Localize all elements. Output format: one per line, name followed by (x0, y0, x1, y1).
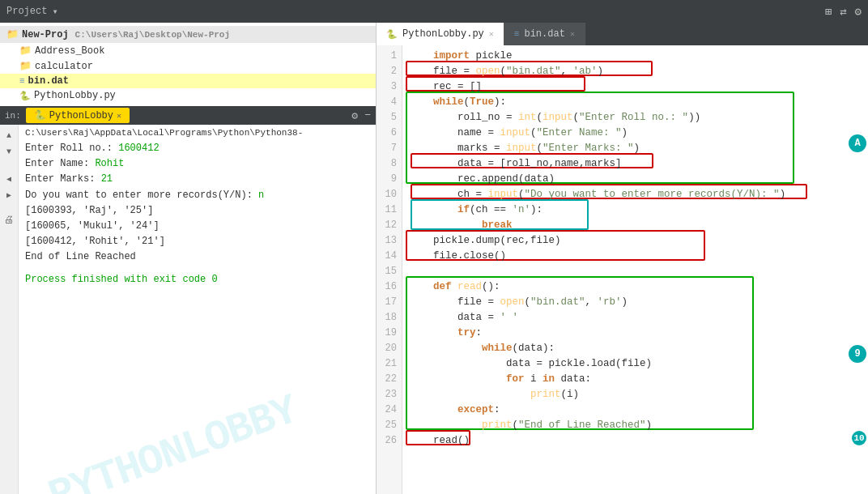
dat-file-icon: ≡ (19, 76, 25, 86)
tab-close-icon[interactable]: ✕ (489, 29, 494, 39)
code-line-21: data = pickle.load(file) (409, 356, 839, 372)
terminal-header: in: 🐍 PythonLobby ✕ ⚙ − (0, 106, 376, 125)
terminal-tab[interactable]: 🐍 PythonLobby ✕ (26, 108, 130, 123)
terminal-content-area: ▲ ▼ ◀ ▶ 🖨 C:\Users\Raj\AppData\Local\Pro… (0, 125, 376, 494)
tab-bindat-close-icon[interactable]: ✕ (570, 29, 575, 39)
minimize-icon[interactable]: − (364, 109, 371, 122)
project-root-label: New-Proj (22, 29, 69, 40)
rollno-label: Enter Roll no.: (25, 143, 118, 154)
output-line-eol: End of Line Reached (25, 249, 369, 265)
nav-prev-btn[interactable]: ◀ (2, 172, 16, 186)
tree-item-pythonlobby[interactable]: 🐍 PythonLobby.py (0, 88, 376, 103)
terminal-path: C:\Users\Raj\AppData\Local\Programs\Pyth… (25, 128, 369, 138)
project-tree: 📁 New-Proj C:\Users\Raj\Desktop\New-Proj… (0, 23, 376, 106)
tree-item-calculator[interactable]: 📁 calculator (0, 58, 376, 74)
print-icon[interactable]: 🖨 (2, 212, 16, 227)
code-line-1: import pickle (409, 49, 839, 64)
code-line-10: ch = input("Do you want to enter more re… (409, 187, 839, 202)
tab-pythonlobby-label: PythonLobby.py (402, 28, 484, 40)
annot-circle-10-a: 10 (852, 431, 866, 445)
tab-bindat-label: bin.dat (524, 28, 564, 40)
code-line-19: try: (409, 326, 839, 341)
terminal-output: Enter Roll no.: 1600412 Enter Name: Rohi… (25, 141, 369, 287)
tree-item-label: Address_Book (35, 45, 104, 57)
top-bar: Project ▾ ⊞ ⇄ ⚙ (0, 0, 868, 23)
code-line-11: if(ch == 'n'): (409, 202, 839, 218)
code-line-2: file = open("bin.dat", 'ab') (409, 64, 839, 79)
code-line-3: rec = [] (409, 79, 839, 95)
tab-bindat[interactable]: ≡ bin.dat ✕ (504, 23, 585, 45)
code-area: 12345 678910 1112131415 1617181920 21222… (377, 45, 868, 494)
right-panel: 🐍 PythonLobby.py ✕ ≡ bin.dat ✕ 12345 678… (377, 23, 868, 494)
py-file-icon: 🐍 (19, 91, 31, 101)
main-layout: 📁 New-Proj C:\Users\Raj\Desktop\New-Proj… (0, 23, 868, 494)
tree-item-bindat[interactable]: ≡ bin.dat (0, 74, 376, 88)
more-label: Do you want to enter more records(Y/N): (25, 190, 258, 201)
project-dropdown-icon[interactable]: ▾ (52, 6, 57, 18)
output-line-rollno: Enter Roll no.: 1600412 (25, 141, 369, 156)
new-folder-icon: 📁 (6, 28, 19, 40)
code-line-25: print("End of Line Reached") (409, 418, 839, 433)
output-line-marks: Enter Marks: 21 (25, 172, 369, 187)
terminal-tab-close-icon[interactable]: ✕ (117, 111, 121, 121)
tab-bar: 🐍 PythonLobby.py ✕ ≡ bin.dat ✕ (377, 23, 868, 45)
code-line-23: print(i) (409, 387, 839, 402)
nav-down-btn[interactable]: ▼ (2, 144, 16, 159)
terminal-panel: in: 🐍 PythonLobby ✕ ⚙ − ▲ ▼ ◀ (0, 106, 376, 494)
code-line-18: data = ' ' (409, 310, 839, 326)
output-line-name: Enter Name: Rohit (25, 156, 369, 172)
terminal-tab-icon: 🐍 (34, 109, 46, 121)
output-line-more: Do you want to enter more records(Y/N): … (25, 188, 369, 203)
tab-dat-icon: ≡ (514, 29, 520, 39)
annot-circle-A: A (849, 134, 866, 152)
code-line-20: while(data): (409, 341, 839, 356)
output-line-list2: [160065, 'Mukul', '24'] (25, 219, 369, 234)
line-numbers: 12345 678910 1112131415 1617181920 21222… (377, 45, 402, 494)
left-panel: 📁 New-Proj C:\Users\Raj\Desktop\New-Proj… (0, 23, 377, 494)
output-line-list3: [1600412, 'Rohit', '21'] (25, 234, 369, 249)
nav-arrows: ▲ ▼ ◀ ▶ 🖨 (0, 125, 19, 494)
more-value: n (258, 190, 264, 201)
terminal-tab-label: PythonLobby (49, 110, 113, 121)
gear-icon[interactable]: ⚙ (351, 109, 358, 122)
top-bar-left: Project ▾ (6, 6, 58, 18)
project-root-path: C:\Users\Raj\Desktop\New-Proj (75, 30, 230, 40)
tree-item-address-book[interactable]: 📁 Address_Book (0, 43, 376, 58)
project-label: Project (6, 6, 47, 17)
terminal-label: in: (5, 111, 21, 121)
code-line-4: while(True): (409, 95, 839, 110)
code-line-16: def read(): (409, 279, 839, 295)
output-line-list1: [1600393, 'Raj', '25'] (25, 203, 369, 219)
rollno-value: 1600412 (118, 143, 159, 154)
tree-header: 📁 New-Proj C:\Users\Raj\Desktop\New-Proj (0, 26, 376, 43)
name-label: Enter Name: (25, 158, 95, 169)
marks-label: Enter Marks: (25, 173, 101, 185)
split-icon[interactable]: ⇄ (840, 5, 846, 19)
code-line-7: marks = input("Enter Marks: ") (409, 141, 839, 156)
code-line-24: except: (409, 402, 839, 418)
code-line-26: read() (409, 433, 839, 449)
folder-icon: 📁 (19, 60, 32, 72)
tree-item-label: bin.dat (28, 75, 69, 87)
right-annotation-col: A 9 10 (845, 45, 868, 494)
code-line-17: file = open("bin.dat", 'rb') (409, 295, 839, 310)
code-content: import pickle file = open("bin.dat", 'ab… (402, 45, 845, 494)
marks-value: 21 (101, 173, 113, 185)
output-process-msg: Process finished with exit code 0 (25, 272, 369, 287)
annot-circle-9: 9 (849, 345, 866, 363)
terminal-body: C:\Users\Raj\AppData\Local\Programs\Pyth… (19, 125, 376, 494)
code-line-13: pickle.dump(rec,file) (409, 233, 839, 249)
tree-item-label: calculator (35, 61, 93, 72)
nav-up-btn[interactable]: ▲ (2, 128, 16, 143)
code-line-15 (409, 264, 839, 279)
code-line-22: for i in data: (409, 372, 839, 387)
code-line-5: roll_no = int(input("Enter Roll no.: ")) (409, 110, 839, 126)
nav-next-btn[interactable]: ▶ (2, 188, 16, 202)
grid-icon[interactable]: ⊞ (825, 5, 832, 19)
code-line-6: name = input("Enter Name: ") (409, 126, 839, 141)
gear-icon[interactable]: ⚙ (855, 5, 862, 19)
tree-item-label: PythonLobby.py (34, 90, 116, 101)
terminal-toolbar: ⚙ − (351, 109, 371, 122)
tab-pythonlobby[interactable]: 🐍 PythonLobby.py ✕ (377, 23, 504, 45)
code-line-14: file.close() (409, 249, 839, 264)
